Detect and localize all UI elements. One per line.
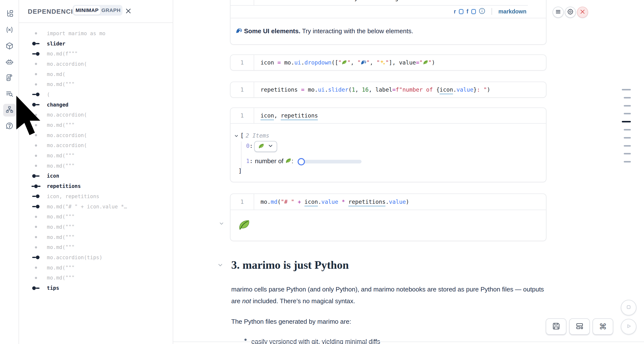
dependencies-button[interactable] xyxy=(3,104,16,116)
minimap-item[interactable]: mo.accordion( xyxy=(19,59,173,69)
leaf-emoji xyxy=(258,143,264,150)
edge-mark[interactable] xyxy=(624,113,631,114)
keyboard-shortcuts-button[interactable]: ⌘ xyxy=(592,318,613,335)
format-checkbox[interactable] xyxy=(471,9,476,14)
save-floppy-icon xyxy=(552,322,560,331)
variables-button[interactable] xyxy=(3,24,16,37)
minimap-item[interactable]: ( xyxy=(19,89,173,100)
cell-collapse-chevron-icon[interactable] xyxy=(218,221,224,228)
cell-marker-dot-icon xyxy=(30,144,42,147)
minimap-item[interactable]: mo.md(""" xyxy=(19,273,173,283)
reactive-checkbox[interactable] xyxy=(459,9,464,14)
minimap-item[interactable]: mo.accordion( xyxy=(19,110,173,120)
edge-mark[interactable] xyxy=(624,129,631,130)
minimap-item-label: mo.md(""" xyxy=(47,214,75,220)
line-number: 1 xyxy=(230,55,254,70)
code-line[interactable]: icon, repetitions xyxy=(254,112,318,119)
minimap-item[interactable]: mo.md(""" xyxy=(19,212,173,222)
language-badge[interactable]: markdown xyxy=(498,8,526,15)
robot-icon xyxy=(6,58,14,67)
cell-marker-dot-icon xyxy=(30,236,42,238)
packages-button[interactable] xyxy=(3,40,16,53)
edge-mark[interactable] xyxy=(624,161,631,162)
collapse-chevron-icon[interactable] xyxy=(234,133,239,139)
cell-icon-repetitions[interactable]: 1 icon, repetitions [ 2 Items 0: 1: numb… xyxy=(230,107,546,182)
settings-button[interactable] xyxy=(565,7,576,18)
minimap-item[interactable]: icon, repetitions xyxy=(19,191,173,202)
layout-button[interactable] xyxy=(569,318,590,335)
minimap-item[interactable]: changed xyxy=(19,100,173,110)
cell-md-leaf[interactable]: 1 mo.md("# " + icon.value * repetitions.… xyxy=(230,194,546,241)
help-button[interactable] xyxy=(3,120,16,133)
play-icon xyxy=(625,322,632,331)
minimap-item[interactable]: mo.md(""" xyxy=(19,263,173,273)
minimap-item[interactable]: mo.accordion( xyxy=(19,130,173,140)
edge-mark[interactable] xyxy=(624,97,631,98)
minimap-item-label: slider xyxy=(47,41,66,47)
minimap-item[interactable]: mo.md(""" xyxy=(19,79,173,89)
bottom-border xyxy=(173,341,644,342)
minimap-item[interactable]: mo.md(""" xyxy=(19,161,173,171)
wave-emoji xyxy=(236,28,242,34)
ai-assistant-button[interactable] xyxy=(3,56,16,69)
run-button[interactable] xyxy=(621,319,636,334)
edge-mark[interactable] xyxy=(624,105,631,106)
slider-knob[interactable] xyxy=(298,158,305,165)
dependency-graph-icon xyxy=(6,106,14,115)
activity-rail xyxy=(0,0,19,344)
tree-key: 1 xyxy=(246,158,250,164)
minimap-item-label: ( xyxy=(47,92,50,97)
icon-dropdown-select[interactable] xyxy=(254,141,277,152)
minimap-item[interactable]: icon xyxy=(19,171,173,181)
close-panel-button[interactable] xyxy=(124,8,132,15)
minimap-item[interactable]: tips xyxy=(19,283,173,293)
shutdown-button[interactable] xyxy=(577,7,588,18)
minimap-item-label: mo.md(""" xyxy=(47,153,75,158)
minimap-item-label: icon xyxy=(47,173,59,179)
file-explorer-button[interactable] xyxy=(3,8,16,21)
section-collapse-chevron-icon[interactable] xyxy=(217,262,224,269)
code-editor[interactable]: 1 ** Some UI elements.** Try interacting… xyxy=(230,0,546,5)
minimap-item[interactable]: mo.md(""" xyxy=(19,150,173,161)
cell-icon-dropdown[interactable]: 1 icon = mo.ui.dropdown(["", "", ""], va… xyxy=(230,55,546,71)
wave-emoji xyxy=(268,0,274,1)
minimap-item[interactable]: repetitions xyxy=(19,181,173,191)
edge-mark[interactable] xyxy=(622,89,631,90)
cell-repetitions-slider[interactable]: 1 repetitions = mo.ui.slider(1, 16, labe… xyxy=(230,82,546,98)
line-number: 1 xyxy=(230,194,254,210)
logs-button[interactable] xyxy=(3,72,16,85)
minimap-item-label: mo.md(""" xyxy=(47,234,75,240)
sparkles-emoji xyxy=(380,60,386,65)
save-button[interactable] xyxy=(546,318,566,335)
code-line[interactable]: icon = mo.ui.dropdown(["", "", ""], valu… xyxy=(254,59,435,66)
minimap-item[interactable]: mo.md(""" xyxy=(19,120,173,130)
stop-button[interactable] xyxy=(621,300,636,315)
cell-markdown-header[interactable]: 1 ** Some UI elements.** Try interacting… xyxy=(230,0,546,45)
minimap-item[interactable]: mo.md("# " + icon.value *… xyxy=(19,202,173,212)
minimap-item[interactable]: mo.md(""" xyxy=(19,222,173,232)
edge-mark[interactable] xyxy=(624,137,631,138)
minimap-item[interactable]: mo.md( xyxy=(19,69,173,79)
tab-minimap[interactable]: MINIMAP xyxy=(74,6,100,15)
notebook-menu-button[interactable] xyxy=(552,7,564,18)
code-line[interactable]: mo.md("# " + icon.value * repetitions.va… xyxy=(254,199,409,205)
info-icon[interactable] xyxy=(479,8,485,15)
edge-mark[interactable] xyxy=(624,153,631,154)
slider-track[interactable] xyxy=(300,160,362,163)
minimap-item-label: repetitions xyxy=(47,183,81,189)
minimap-item[interactable]: mo.md(""" xyxy=(19,242,173,252)
tab-graph[interactable]: GRAPH xyxy=(100,6,122,15)
dependencies-panel-header: DEPENDENCIES MINIMAP GRAPH xyxy=(19,0,173,23)
cell-marker-ref-icon xyxy=(30,52,42,56)
minimap-item[interactable]: slider xyxy=(19,39,173,49)
minimap-item[interactable]: import marimo as mo xyxy=(19,28,173,39)
edge-mark[interactable] xyxy=(624,145,631,147)
snippets-button[interactable] xyxy=(3,88,16,101)
close-x-icon xyxy=(580,9,586,16)
edge-mark-active[interactable] xyxy=(622,121,631,122)
minimap-item[interactable]: mo.accordion( xyxy=(19,140,173,151)
minimap-item[interactable]: mo.md(""" xyxy=(19,232,173,242)
code-line[interactable]: repetitions = mo.ui.slider(1, 16, label=… xyxy=(254,86,490,93)
minimap-item[interactable]: mo.accordion(tips) xyxy=(19,252,173,263)
minimap-item[interactable]: mo.md(f""" xyxy=(19,49,173,59)
